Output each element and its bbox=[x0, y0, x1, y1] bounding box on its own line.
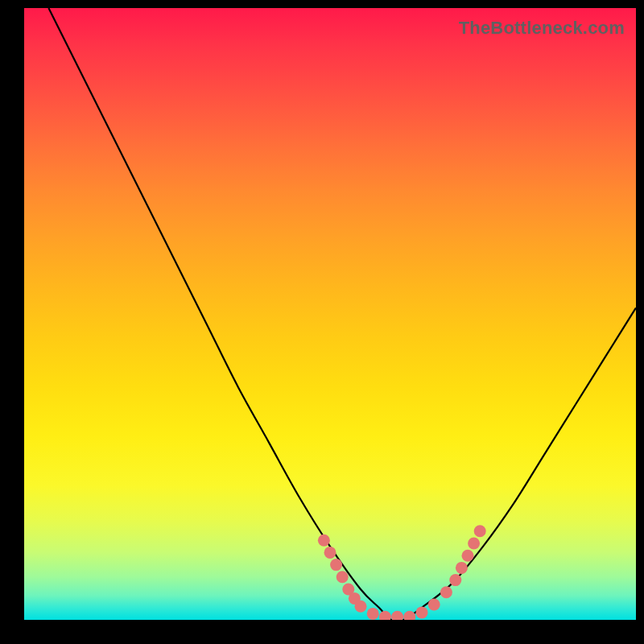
chart-container: TheBottleneck.com bbox=[0, 0, 644, 644]
plot-area: TheBottleneck.com bbox=[24, 8, 636, 620]
highlight-dot bbox=[468, 538, 480, 550]
highlight-dot bbox=[367, 608, 379, 620]
highlight-dot bbox=[462, 550, 474, 562]
highlight-dot bbox=[379, 611, 391, 620]
highlight-dots bbox=[318, 525, 486, 620]
highlight-dot bbox=[440, 586, 452, 598]
highlight-dot bbox=[403, 611, 415, 620]
highlight-dot bbox=[330, 559, 342, 571]
bottleneck-curve bbox=[48, 8, 636, 620]
highlight-dot bbox=[324, 547, 336, 559]
highlight-dot bbox=[428, 599, 440, 611]
highlight-dot bbox=[474, 525, 486, 537]
highlight-dot bbox=[391, 611, 403, 620]
highlight-dot bbox=[456, 562, 468, 574]
highlight-dot bbox=[318, 535, 330, 547]
curve-svg bbox=[24, 8, 636, 620]
highlight-dot bbox=[416, 606, 428, 618]
highlight-dot bbox=[355, 601, 367, 613]
highlight-dot bbox=[336, 571, 349, 583]
highlight-dot bbox=[449, 574, 461, 586]
